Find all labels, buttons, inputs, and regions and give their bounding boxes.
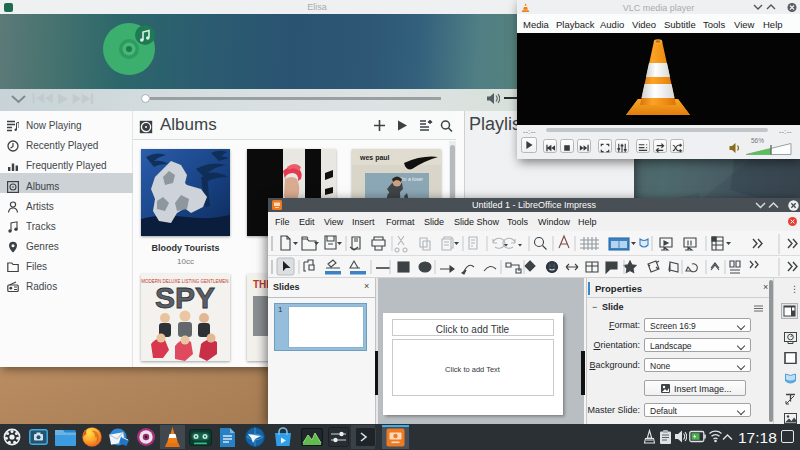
svg-text:SPY: SPY	[155, 281, 215, 314]
svg-text:I'm a loser: I'm a loser	[400, 176, 423, 182]
svg-text:wes paul: wes paul	[359, 154, 390, 162]
